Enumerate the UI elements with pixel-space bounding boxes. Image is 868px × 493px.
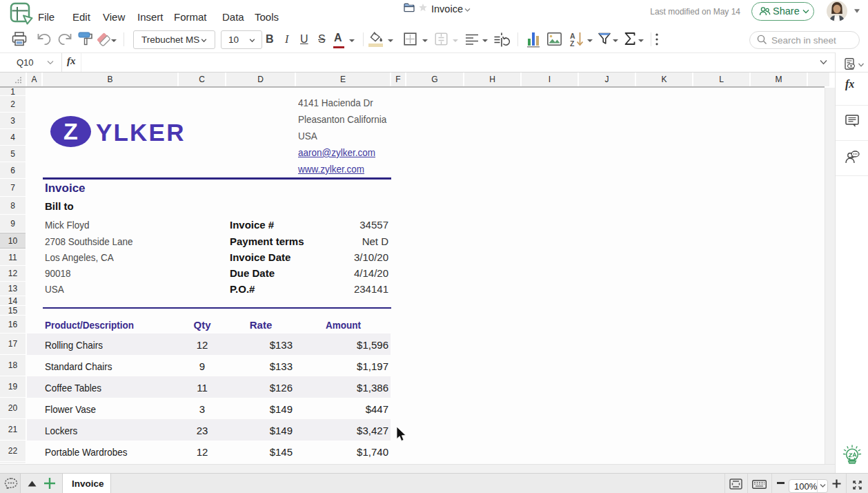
- svg-text:A: A: [570, 32, 575, 40]
- svg-text:Z: Z: [570, 39, 575, 47]
